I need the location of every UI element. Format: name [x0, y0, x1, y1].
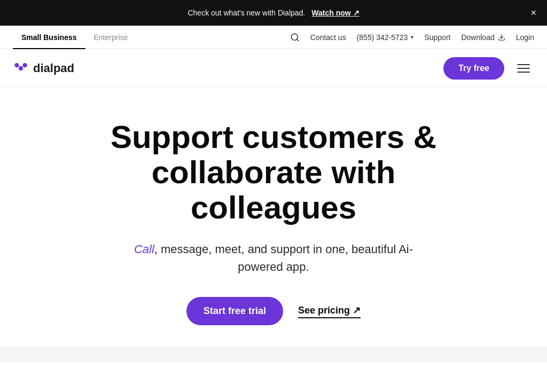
hamburger-line-2 [517, 68, 530, 69]
logo[interactable]: dialpad [13, 61, 74, 75]
try-free-button[interactable]: Try free [443, 57, 504, 80]
enterprise-tab[interactable]: Enterprise [85, 26, 137, 49]
hero-subtext-rest: , message, meet, and support in one, bea… [154, 242, 413, 273]
search-icon [290, 33, 300, 42]
hero-section: Support customers & collaborate with col… [0, 88, 547, 347]
hero-cta-row: Start free trial See pricing ↗ [13, 297, 534, 325]
support-link[interactable]: Support [424, 33, 450, 42]
phone-number: (855) 342-5723 [357, 33, 408, 42]
login-link[interactable]: Login [516, 33, 534, 42]
see-pricing-link[interactable]: See pricing ↗ [298, 304, 361, 318]
bottom-section-peek [0, 347, 547, 363]
dialpad-logo-svg [13, 62, 29, 74]
small-business-tab[interactable]: Small Business [13, 26, 85, 49]
announcement-text: Check out what's new with Dialpad. [187, 9, 305, 17]
chevron-down-icon: ▾ [411, 34, 413, 40]
logo-icon [13, 62, 29, 74]
main-nav: dialpad Try free [0, 49, 547, 88]
svg-point-5 [22, 63, 27, 67]
logo-text: dialpad [33, 61, 74, 75]
phone-dropdown[interactable]: (855) 342-5723 ▾ [357, 33, 414, 42]
search-button[interactable] [290, 33, 300, 42]
contact-us-link[interactable]: Contact us [310, 33, 346, 42]
hamburger-line-1 [517, 64, 530, 65]
svg-point-4 [19, 66, 23, 70]
start-free-trial-button[interactable]: Start free trial [186, 297, 283, 325]
download-label: Download [461, 33, 494, 42]
call-highlight: Call [134, 242, 154, 256]
hamburger-line-3 [517, 72, 530, 73]
watch-now-link[interactable]: Watch now ↗ [311, 9, 359, 17]
hero-headline: Support customers & collaborate with col… [87, 120, 460, 225]
download-icon [498, 34, 505, 41]
close-banner-button[interactable]: × [530, 8, 536, 18]
top-nav: Small Business Enterprise Contact us (85… [0, 26, 547, 49]
download-button[interactable]: Download [461, 33, 505, 42]
svg-point-3 [14, 63, 19, 67]
hero-subtext: Call, message, meet, and support in one,… [124, 240, 423, 276]
svg-line-1 [296, 39, 298, 41]
announcement-banner: Check out what's new with Dialpad. Watch… [0, 0, 547, 26]
top-nav-right: Contact us (855) 342-5723 ▾ Support Down… [290, 33, 534, 42]
hamburger-menu-button[interactable] [513, 60, 534, 77]
nav-section-type: Small Business Enterprise [13, 26, 136, 49]
